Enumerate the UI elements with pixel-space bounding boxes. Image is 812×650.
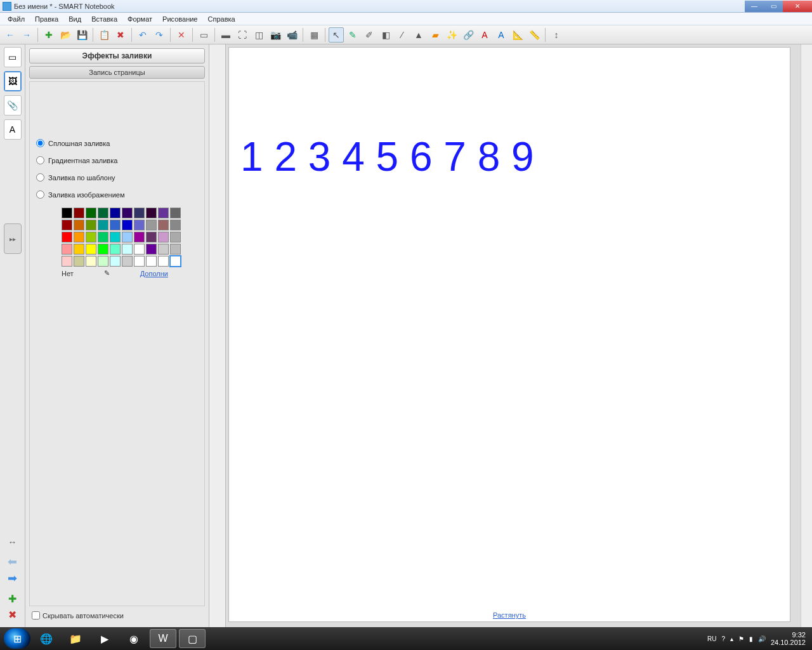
fill-radio-solid[interactable] (36, 139, 44, 147)
tray-lang[interactable]: RU (707, 635, 716, 642)
swatch[interactable] (74, 244, 84, 255)
swatch[interactable] (98, 232, 108, 242)
nav-back-icon[interactable]: ← (3, 27, 18, 43)
swatch[interactable] (122, 256, 133, 267)
fill-option-image[interactable]: Заливка изображением (36, 190, 198, 199)
gallery-tab[interactable]: 🖼 (4, 71, 22, 91)
swatch[interactable] (62, 256, 72, 267)
swatch[interactable] (86, 232, 96, 242)
menu-справка[interactable]: Справка (203, 14, 240, 24)
tray-flag-icon[interactable]: ⚑ (738, 635, 744, 642)
swatch[interactable] (134, 256, 145, 267)
taskbar-notebook-icon[interactable]: ▢ (179, 629, 206, 648)
undo-icon[interactable]: ↶ (135, 27, 150, 43)
start-button[interactable]: ⊞ (4, 628, 30, 649)
resize-icon[interactable]: ↔ (6, 537, 19, 547)
ruler-icon[interactable]: 📏 (527, 27, 542, 43)
minimize-button[interactable]: — (745, 1, 764, 12)
swatch[interactable] (74, 232, 84, 242)
stretch-link[interactable]: Растянуть (493, 611, 526, 619)
nav-prev-icon[interactable]: ⬅ (8, 555, 17, 569)
eraser-icon[interactable]: ◧ (378, 27, 393, 43)
tray-network-icon[interactable]: ▮ (749, 635, 753, 642)
paste-icon[interactable]: 📋 (96, 27, 112, 43)
no-fill-label[interactable]: Нет (62, 270, 74, 277)
swatch[interactable] (62, 244, 72, 255)
menu-правка[interactable]: Правка (30, 14, 63, 24)
nav-fwd-icon[interactable]: → (19, 27, 34, 43)
swatch[interactable] (62, 208, 72, 218)
magic-pen-icon[interactable]: ✨ (444, 27, 459, 43)
swatch[interactable] (170, 244, 181, 255)
move-toolbar-icon[interactable]: ↕ (549, 27, 564, 43)
autohide-checkbox[interactable]: Скрывать автоматически (29, 609, 205, 623)
swatch[interactable] (86, 244, 96, 255)
swatch[interactable] (158, 256, 169, 267)
canvas-text[interactable]: 1 2 3 4 5 6 7 8 9 (240, 133, 534, 180)
add-page-icon[interactable]: ✚ (8, 593, 16, 605)
swatch[interactable] (110, 208, 121, 218)
screen-shade-icon[interactable]: ▬ (218, 27, 233, 43)
eyedropper-icon[interactable]: ✎ (104, 269, 110, 277)
taskbar-ie-icon[interactable]: 🌐 (33, 629, 60, 648)
fill-icon[interactable]: ▰ (428, 27, 443, 43)
delete-page-icon[interactable]: ✖ (8, 609, 16, 621)
swatch[interactable] (86, 256, 96, 267)
fill-radio-image[interactable] (36, 190, 44, 199)
swatch[interactable] (122, 232, 133, 242)
attachments-tab[interactable]: 📎 (4, 95, 22, 116)
remove-icon[interactable]: ✕ (174, 27, 189, 43)
swatch[interactable] (146, 220, 157, 230)
swatch[interactable] (110, 220, 121, 230)
swatch[interactable] (134, 232, 145, 242)
fullscreen-icon[interactable]: ⛶ (235, 27, 250, 43)
swatch[interactable] (170, 208, 181, 218)
swatch[interactable] (146, 232, 157, 242)
swatch[interactable] (98, 208, 108, 218)
panel-header[interactable]: Эффекты заливки (29, 48, 205, 63)
swatch[interactable] (158, 232, 169, 242)
pen-icon[interactable]: ✎ (345, 27, 360, 43)
text-icon[interactable]: A (477, 27, 492, 43)
swatch[interactable] (74, 256, 84, 267)
open-icon[interactable]: 📂 (58, 27, 73, 43)
swatch[interactable] (98, 220, 108, 230)
swatch[interactable] (122, 244, 133, 255)
tray-help-icon[interactable]: ? (721, 635, 725, 642)
swatch[interactable] (74, 208, 84, 218)
swatch[interactable] (98, 244, 108, 255)
swatch[interactable] (62, 220, 72, 230)
maximize-button[interactable]: ▭ (764, 1, 783, 12)
swatch[interactable] (110, 256, 121, 267)
menu-рисование[interactable]: Рисование (157, 14, 202, 24)
swatch[interactable] (74, 220, 84, 230)
canvas[interactable]: 1 2 3 4 5 6 7 8 9 Растянуть (228, 47, 790, 622)
capture-icon[interactable]: 📷 (268, 27, 283, 43)
redo-icon[interactable]: ↷ (152, 27, 167, 43)
swatch[interactable] (134, 244, 145, 255)
menu-вид[interactable]: Вид (63, 14, 86, 24)
swatch[interactable] (86, 220, 96, 230)
measure-icon[interactable]: 📐 (510, 27, 525, 43)
select-icon[interactable]: ↖ (329, 27, 344, 43)
taskbar-media-icon[interactable]: ▶ (91, 629, 118, 648)
vertical-scrollbar[interactable] (801, 44, 812, 627)
add-page-icon[interactable]: ✚ (41, 27, 56, 43)
page-sorter-tab[interactable]: ▭ (4, 47, 22, 67)
menu-вставка[interactable]: Вставка (86, 14, 122, 24)
autohide-input[interactable] (32, 611, 40, 620)
save-icon[interactable]: 💾 (74, 27, 89, 43)
swatch[interactable] (134, 220, 145, 230)
tray-chevron-icon[interactable]: ▴ (730, 635, 733, 642)
doc-camera-icon[interactable]: 📹 (284, 27, 299, 43)
taskbar-explorer-icon[interactable]: 📁 (62, 629, 89, 648)
swatch[interactable] (122, 220, 133, 230)
swatch[interactable] (110, 232, 121, 242)
table-icon[interactable]: ▦ (306, 27, 322, 43)
nav-next-icon[interactable]: ➡ (8, 571, 17, 585)
link-icon[interactable]: 🔗 (461, 27, 476, 43)
swatch[interactable] (170, 220, 181, 230)
swatch[interactable] (170, 232, 181, 242)
swatch[interactable] (158, 220, 169, 230)
panel-subheader[interactable]: Запись страницы (29, 66, 205, 79)
